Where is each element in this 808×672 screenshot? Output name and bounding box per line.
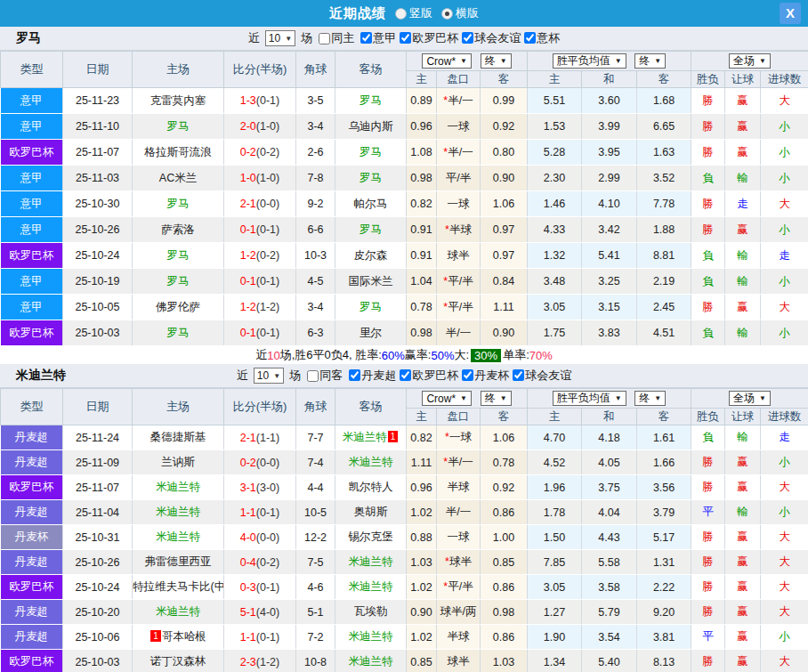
col-goals: 进球数 bbox=[761, 71, 808, 88]
result-flag: 勝 bbox=[691, 450, 725, 475]
scope-select[interactable]: 全场▼ bbox=[729, 53, 771, 69]
league-checkbox[interactable]: 意杯 bbox=[524, 30, 560, 46]
avg-home: 3.48 bbox=[528, 269, 582, 295]
goals-flag: 小 bbox=[761, 114, 808, 140]
same-venue-checkbox[interactable]: 同客 bbox=[307, 368, 343, 384]
handicap-line: *半/一 bbox=[437, 450, 481, 475]
goals-flag: 大 bbox=[761, 191, 808, 217]
home-team: 兰讷斯 bbox=[133, 450, 224, 475]
odds-home: 0.88 bbox=[407, 525, 437, 550]
chevron-down-icon: ▼ bbox=[759, 57, 766, 65]
radio-horizontal[interactable]: 横版 bbox=[441, 5, 479, 21]
table-row: 意甲 25-10-26 萨索洛 0-1(0-1) 6-6 罗马 0.91 *半球… bbox=[1, 217, 808, 243]
result-flag: 勝 bbox=[691, 191, 725, 217]
handicap-line: 一球 bbox=[437, 114, 481, 140]
odds-home: 0.90 bbox=[407, 600, 437, 625]
avg-away: 4.51 bbox=[637, 320, 691, 346]
table-row: 丹麦超 25-10-06 1哥本哈根 1-1(0-1) 7-2 米迪兰特 1.0… bbox=[1, 625, 808, 650]
near-label: 近 bbox=[248, 30, 260, 46]
same-venue-checkbox[interactable]: 同主 bbox=[319, 30, 354, 46]
table-row: 丹麦超 25-11-09 兰讷斯 0-2(0-0) 7-4 米迪兰特 1.11 … bbox=[1, 450, 808, 475]
match-date: 25-11-24 bbox=[63, 425, 133, 450]
away-team: 瓦埃勒 bbox=[335, 600, 407, 625]
avg-away: 1.88 bbox=[637, 217, 691, 243]
handicap-line: 一球 bbox=[437, 525, 481, 550]
corner-count: 7-4 bbox=[296, 450, 335, 475]
odds-home: 1.02 bbox=[407, 500, 437, 525]
radio-circle-selected-icon[interactable] bbox=[441, 8, 453, 20]
league-checkbox[interactable]: 欧罗巴杯 bbox=[400, 30, 458, 46]
avg-period-select[interactable]: 终▼ bbox=[634, 53, 666, 69]
match-score: 1-2(0-2) bbox=[224, 243, 296, 269]
odds-source-select[interactable]: Crow*▼ bbox=[422, 53, 472, 69]
avg-select[interactable]: 胜平负均值▼ bbox=[553, 53, 626, 69]
league-checkbox[interactable]: 球会友谊 bbox=[462, 30, 521, 46]
chevron-down-icon: ▼ bbox=[615, 57, 622, 65]
match-date: 25-10-24 bbox=[63, 575, 133, 600]
col-odds-home: 主 bbox=[407, 409, 437, 425]
away-team: 罗马 bbox=[335, 166, 407, 191]
avg-home: 2.30 bbox=[528, 166, 582, 191]
match-date: 25-10-20 bbox=[63, 600, 133, 625]
corner-count: 7-8 bbox=[296, 166, 335, 191]
corner-count: 5-1 bbox=[296, 600, 335, 625]
away-team: 米迪兰特 bbox=[335, 575, 407, 600]
radio-circle-icon[interactable] bbox=[395, 8, 407, 20]
avg-away: 1.63 bbox=[637, 140, 691, 166]
league-checkbox[interactable]: 丹麦超 bbox=[349, 368, 396, 384]
home-team: 米迪兰特 bbox=[133, 600, 224, 625]
match-count-select[interactable]: 10▼ bbox=[254, 368, 284, 384]
league-checkbox[interactable]: 欧罗巴杯 bbox=[400, 368, 458, 384]
result-flag: 勝 bbox=[691, 525, 725, 550]
radio-vertical[interactable]: 竖版 bbox=[395, 5, 432, 21]
odds-period-select[interactable]: 终▼ bbox=[481, 53, 512, 69]
avg-home: 3.05 bbox=[528, 575, 582, 600]
home-team: 弗雷德里西亚 bbox=[133, 550, 224, 575]
league-checkbox[interactable]: 球会友谊 bbox=[513, 368, 571, 384]
results-table: 类型 日期 主场 比分(半场) 角球 客场 Crow*▼ 终▼ 胜平负均值▼ 终… bbox=[0, 388, 808, 672]
match-date: 25-10-24 bbox=[63, 243, 133, 269]
corner-count: 2-6 bbox=[296, 140, 335, 166]
match-count-select[interactable]: 10▼ bbox=[265, 30, 295, 46]
away-team: 罗马 bbox=[335, 140, 407, 166]
scope-select[interactable]: 全场▼ bbox=[729, 391, 771, 406]
avg-period-select[interactable]: 终▼ bbox=[634, 391, 666, 406]
avg-home: 4.70 bbox=[528, 425, 582, 450]
close-button[interactable]: X bbox=[780, 3, 801, 24]
avg-away: 6.65 bbox=[637, 114, 691, 140]
odds-away: 0.98 bbox=[481, 600, 528, 625]
handicap-result-flag: 赢 bbox=[725, 450, 761, 475]
result-flag: 勝 bbox=[691, 114, 725, 140]
home-team: 米迪兰特 bbox=[133, 500, 224, 525]
goals-flag: 大 bbox=[761, 575, 808, 600]
odds-period-select[interactable]: 终▼ bbox=[481, 391, 512, 406]
avg-away: 2.19 bbox=[637, 269, 691, 295]
corner-count: 4-4 bbox=[296, 475, 335, 500]
match-type-badge: 丹麦超 bbox=[1, 550, 63, 575]
match-type-badge: 欧罗巴杯 bbox=[1, 475, 63, 500]
chevron-down-icon: ▼ bbox=[460, 394, 467, 402]
odds-away: 1.06 bbox=[481, 425, 528, 450]
avg-draw: 3.95 bbox=[582, 140, 637, 166]
col-odds-away: 客 bbox=[481, 71, 528, 88]
odds-away: 0.80 bbox=[481, 140, 528, 166]
odds-home: 1.03 bbox=[407, 550, 437, 575]
summary-line: 近10场,胜6平0负4, 胜率:60% 赢率:50% 大:30% 单率:70% bbox=[0, 346, 808, 364]
avg-select[interactable]: 胜平负均值▼ bbox=[553, 391, 626, 406]
handicap-line: *球半 bbox=[437, 550, 481, 575]
match-date: 25-10-06 bbox=[63, 625, 133, 650]
avg-away: 1.61 bbox=[637, 425, 691, 450]
handicap-result-flag: 赢 bbox=[725, 475, 761, 500]
league-checkbox[interactable]: 意甲 bbox=[360, 30, 396, 46]
odds-source-select[interactable]: Crow*▼ bbox=[422, 391, 472, 406]
goals-flag: 走 bbox=[761, 425, 808, 450]
avg-home: 1.34 bbox=[528, 650, 582, 672]
goals-flag: 小 bbox=[761, 166, 808, 191]
col-home: 主场 bbox=[133, 389, 224, 425]
away-team: 罗马 bbox=[335, 88, 407, 114]
table-row: 意甲 25-10-30 罗马 2-1(0-0) 9-2 帕尔马 0.82 一球 … bbox=[1, 191, 808, 217]
result-flag: 負 bbox=[691, 425, 725, 450]
odds-away: 1.00 bbox=[481, 525, 528, 550]
league-checkbox[interactable]: 丹麦杯 bbox=[462, 368, 509, 384]
home-team: 桑德捷斯基 bbox=[133, 425, 224, 450]
